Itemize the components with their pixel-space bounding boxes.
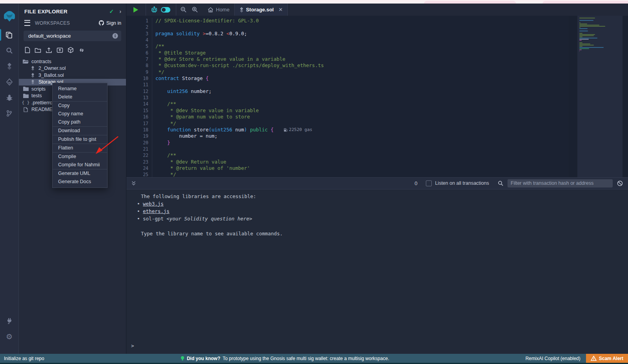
menu-item-copy-name[interactable]: Copy name — [53, 110, 107, 118]
minimap-line — [579, 26, 605, 27]
code-line-10: 10contract Storage { — [126, 75, 569, 82]
minimap-line — [579, 24, 587, 24]
run-script-button[interactable] — [133, 7, 139, 13]
code-line-8: 8 * @custom:dev-run-script ./scripts/dep… — [126, 62, 569, 69]
load-cube-icon[interactable] — [68, 47, 74, 53]
sign-in-button[interactable]: Sign in — [99, 20, 121, 26]
rail-deploy-run-icon[interactable] — [0, 74, 18, 90]
new-folder-icon[interactable] — [35, 47, 41, 53]
tree-item-label: 2_Owner.sol — [38, 66, 66, 71]
minimap-line — [579, 40, 582, 41]
line-number: 8 — [126, 62, 152, 69]
ai-copilot-robot-icon[interactable] — [151, 6, 158, 13]
rail-settings-icon[interactable]: ⚙ — [0, 329, 18, 344]
rail-plugin-manager-icon[interactable] — [0, 313, 18, 329]
code-line-24: 24 * @return value of 'number' — [126, 165, 569, 171]
tree-item-label: contracts — [31, 59, 51, 64]
terminal-text-line: The following libraries are accessible: — [126, 193, 628, 200]
line-content: * @param num value to store — [152, 114, 250, 120]
menu-item-generate-uml[interactable]: Generate UML — [53, 169, 107, 178]
warning-icon — [591, 356, 597, 361]
clear-terminal-icon[interactable] — [617, 180, 623, 186]
solidity-file-icon — [239, 7, 244, 13]
link-icon[interactable] — [78, 47, 85, 53]
rail-debugger-icon[interactable] — [0, 90, 18, 106]
tree-item-contracts[interactable]: contracts — [19, 58, 126, 65]
tree-item-label: scripts — [31, 86, 46, 92]
init-git-repo-button[interactable]: Initialize as git repo — [0, 356, 44, 361]
rail-file-explorer-icon[interactable] — [0, 27, 18, 43]
line-content: number = num; — [152, 133, 217, 139]
menu-item-compile-for-nahmii[interactable]: Compile for Nahmii — [53, 161, 107, 169]
line-number: 23 — [126, 159, 152, 165]
tab-storage-sol[interactable]: Storage.sol ✕ — [235, 4, 288, 16]
line-number: 9 — [126, 69, 152, 75]
terminal-output[interactable]: The following libraries are accessible:•… — [126, 189, 628, 354]
browser-tab-shape — [542, 1, 628, 4]
menu-item-copy-path[interactable]: Copy path — [53, 118, 107, 126]
tree-item-2-owner-sol[interactable]: 2_Owner.sol — [19, 65, 126, 72]
minimap-line — [579, 20, 593, 21]
terminal-search-icon[interactable] — [498, 180, 504, 186]
expand-terminal-icon[interactable] — [131, 180, 136, 186]
chevron-right-icon[interactable]: › — [119, 8, 121, 15]
workspace-select[interactable]: default_workspace — [24, 31, 121, 41]
new-file-icon[interactable] — [25, 47, 30, 53]
rail-solidity-compiler-icon[interactable] — [0, 58, 18, 74]
terminal-prompt[interactable]: > — [126, 343, 628, 354]
tree-item-3-ballot-sol[interactable]: 3_Ballot.sol — [19, 72, 126, 79]
file-actions-toolbar — [19, 45, 126, 57]
terminal-library-link-line: • ethers.js — [126, 207, 628, 215]
upload-file-icon[interactable] — [46, 47, 52, 53]
minimap-line — [579, 39, 589, 40]
line-number: 11 — [126, 82, 152, 88]
minimap[interactable] — [577, 16, 623, 177]
tip-text: To prototype using the Gnosis safe multi… — [223, 356, 389, 361]
line-content: * @dev Store & retrieve value in a varia… — [152, 56, 285, 62]
line-content: */ — [152, 120, 176, 127]
listen-all-transactions-checkbox[interactable] — [426, 180, 432, 186]
code-area[interactable]: 1// SPDX-License-Identifier: GPL-3.023pr… — [126, 16, 569, 177]
code-line-22: 22 /** — [126, 152, 569, 158]
editor-scrollbar[interactable] — [623, 16, 628, 177]
rail-search-icon[interactable] — [0, 43, 18, 58]
menu-item-delete[interactable]: Delete — [53, 93, 107, 101]
upload-folder-icon[interactable] — [57, 47, 63, 53]
rail-git-icon[interactable] — [0, 106, 18, 121]
minimap-line — [579, 47, 604, 48]
menu-item-generate-docs[interactable]: Generate Docs — [53, 178, 107, 186]
line-number: 10 — [126, 75, 152, 82]
scam-alert-button[interactable]: Scam Alert — [586, 354, 628, 363]
zoom-in-icon[interactable] — [192, 6, 198, 13]
tree-item-label: 3_Ballot.sol — [38, 73, 64, 78]
home-icon — [208, 7, 214, 13]
terminal-library-link-line: • web3.js — [126, 200, 628, 207]
code-line-1: 1// SPDX-License-Identifier: GPL-3.0 — [126, 18, 569, 24]
transaction-filter-input[interactable] — [508, 179, 613, 187]
hamburger-menu-icon[interactable] — [24, 20, 30, 26]
solidity-icon — [30, 73, 36, 78]
line-content: * @dev Return value — [152, 159, 226, 165]
library-link-web3-js[interactable]: web3.js — [143, 201, 164, 207]
copilot-toggle[interactable] — [161, 7, 170, 13]
close-tab-icon[interactable]: ✕ — [278, 7, 283, 13]
library-link-ethers-js[interactable]: ethers.js — [143, 208, 170, 214]
check-icon: ✓ — [109, 8, 114, 15]
line-number: 13 — [126, 95, 152, 101]
code-line-15: 15 * @dev Store value in variable — [126, 107, 569, 114]
menu-item-download[interactable]: Download — [53, 127, 107, 135]
menu-item-rename[interactable]: Rename — [53, 85, 107, 93]
copilot-status-label: RemixAI Copilot (enabled) — [526, 356, 581, 361]
line-content: */ — [152, 69, 164, 75]
tab-home[interactable]: Home — [203, 4, 234, 16]
code-line-7: 7 * @dev Store & retrieve value in a var… — [126, 56, 569, 62]
folder-open-icon — [23, 59, 29, 64]
code-editor[interactable]: 1// SPDX-License-Identifier: GPL-3.023pr… — [126, 16, 628, 177]
remix-logo-icon[interactable] — [0, 5, 18, 27]
listen-all-transactions-label: Listen on all transactions — [435, 180, 489, 186]
terminal-toolbar: 0 Listen on all transactions — [126, 177, 628, 189]
zoom-out-icon[interactable] — [180, 6, 187, 13]
menu-item-copy[interactable]: Copy — [53, 102, 107, 110]
terminal-text-line: Type the library name to see available c… — [126, 230, 628, 237]
line-number: 3 — [126, 31, 152, 37]
